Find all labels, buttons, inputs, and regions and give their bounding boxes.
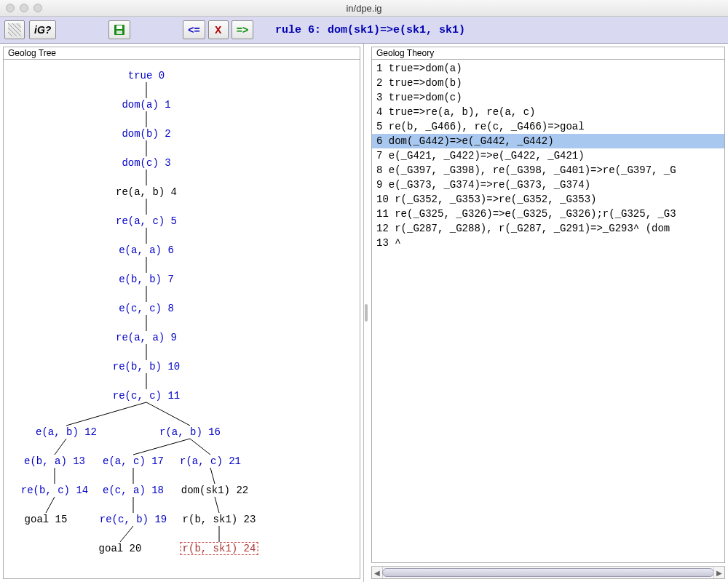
tree-node[interactable]: goal 15 [23, 514, 69, 525]
tree-node[interactable]: e(a, c) 17 [101, 455, 165, 467]
geolog-theory-list[interactable]: 1 true=>dom(a)2 true=>dom(b)3 true=>dom(… [372, 60, 724, 252]
tree-node[interactable]: e(b, a) 13 [23, 455, 87, 467]
theory-panel: Geolog Theory 1 true=>dom(a)2 true=>dom(… [368, 44, 728, 582]
tree-node[interactable]: dom(sk1) 22 [180, 485, 250, 496]
theory-row[interactable]: 4 true=>re(a, b), re(a, c) [372, 105, 724, 119]
tree-node[interactable]: e(c, a) 18 [101, 485, 165, 496]
theory-row[interactable]: 11 re(_G325, _G326)=>e(_G325, _G326);r(_… [372, 207, 724, 221]
theory-row[interactable]: 10 r(_G352, _G353)=>re(_G352, _G353) [372, 192, 724, 207]
scrollbar-thumb[interactable] [382, 568, 714, 577]
tree-node[interactable]: dom(a) 1 [120, 99, 172, 111]
tree-node[interactable]: re(c, c) 11 [111, 390, 181, 402]
tree-node[interactable]: goal 20 [98, 543, 143, 554]
save-icon [114, 24, 125, 36]
grip-icon [365, 304, 368, 322]
window-minimize-icon[interactable] [20, 4, 28, 12]
svg-line-22 [210, 468, 215, 484]
window-title: in/dpe.ig [0, 3, 728, 14]
tree-node[interactable]: re(a, c) 5 [114, 215, 178, 227]
svg-line-15 [66, 402, 146, 426]
tree-node[interactable]: dom(b) 2 [120, 128, 172, 140]
tree-node[interactable]: re(a, a) 9 [114, 332, 178, 343]
tree-node[interactable]: e(a, b) 12 [34, 426, 98, 438]
tree-node[interactable]: re(b, b) 10 [111, 361, 181, 372]
theory-row[interactable]: 9 e(_G373, _G374)=>re(_G373, _G374) [372, 178, 724, 192]
tree-panel-header: Geolog Tree [3, 47, 360, 60]
next-button[interactable]: => [232, 20, 253, 39]
save-button[interactable] [108, 20, 130, 39]
tree-edges [4, 60, 360, 578]
theory-panel-header: Geolog Theory [371, 47, 725, 60]
prev-button[interactable]: <= [183, 20, 205, 39]
geolog-tree[interactable]: true 0dom(a) 1dom(b) 2dom(c) 3re(a, b) 4… [4, 60, 360, 578]
tree-node[interactable]: e(a, a) 6 [117, 244, 175, 256]
window-close-icon[interactable] [6, 4, 15, 12]
scroll-right-icon[interactable]: ▶ [713, 567, 724, 578]
tree-node[interactable]: re(b, c) 14 [20, 485, 90, 496]
tree-node[interactable]: dom(c) 3 [120, 157, 172, 169]
delete-button[interactable]: X [208, 20, 229, 39]
window-zoom-icon[interactable] [33, 4, 42, 12]
texture-icon [8, 23, 21, 36]
svg-line-18 [133, 439, 190, 455]
texture-button[interactable] [4, 20, 25, 39]
theory-row[interactable]: 5 re(b, _G466), re(c, _G466)=>goal [372, 119, 724, 134]
theory-row[interactable]: 3 true=>dom(c) [372, 90, 724, 105]
horizontal-scrollbar[interactable]: ◀ ▶ [371, 566, 725, 579]
svg-line-17 [55, 439, 66, 455]
svg-rect-2 [116, 25, 122, 29]
svg-line-19 [190, 439, 210, 455]
theory-row[interactable]: 1 true=>dom(a) [372, 61, 724, 76]
tree-node[interactable]: r(a, b) 16 [158, 426, 222, 438]
theory-row[interactable]: 7 e(_G421, _G422)=>e(_G422, _G421) [372, 148, 724, 163]
theory-row[interactable]: 12 r(_G287, _G288), r(_G287, _G291)=>_G2… [372, 221, 724, 236]
tree-node[interactable]: e(b, b) 7 [117, 274, 175, 285]
scroll-left-icon[interactable]: ◀ [372, 567, 383, 578]
tree-node[interactable]: re(c, b) 19 [98, 514, 168, 525]
svg-line-26 [120, 526, 133, 542]
tree-node[interactable]: r(b, sk1) 23 [181, 514, 258, 525]
svg-line-25 [215, 497, 219, 513]
theory-row[interactable]: 2 true=>dom(b) [372, 76, 724, 90]
svg-line-16 [146, 402, 190, 426]
theory-row[interactable]: 13 ^ [372, 236, 724, 250]
tree-panel: Geolog Tree true 0dom(a) 1dom(b) 2dom(c)… [0, 44, 364, 582]
tree-node[interactable]: e(c, c) 8 [117, 303, 175, 314]
theory-row[interactable]: 6 dom(_G442)=>e(_G442, _G442) [372, 134, 724, 148]
theory-row[interactable]: 8 e(_G397, _G398), re(_G398, _G401)=>re(… [372, 163, 724, 178]
tree-node[interactable]: r(a, c) 21 [178, 455, 242, 467]
svg-rect-3 [116, 31, 122, 34]
svg-line-23 [46, 497, 55, 513]
current-rule-label: rule 6: dom(sk1)=>e(sk1, sk1) [275, 24, 465, 36]
tree-node[interactable]: r(b, sk1) 24 [181, 542, 258, 555]
help-button[interactable]: iG? [29, 20, 56, 39]
toolbar: iG? <= X => rule 6: dom(sk1)=>e(sk1, sk1… [0, 17, 728, 44]
tree-node[interactable]: true 0 [127, 70, 166, 81]
tree-node[interactable]: re(a, b) 4 [114, 186, 178, 198]
titlebar: in/dpe.ig [0, 0, 728, 17]
